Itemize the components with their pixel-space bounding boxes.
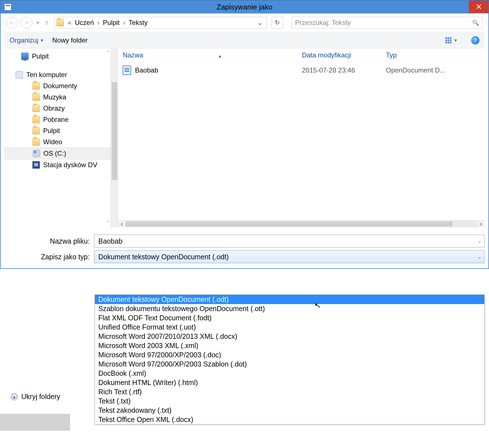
folder-icon bbox=[32, 94, 40, 101]
new-folder-button[interactable]: Nowy folder bbox=[52, 36, 88, 44]
nav-back-button[interactable]: ← bbox=[6, 17, 18, 29]
organize-button[interactable]: Organizuj ▼ bbox=[10, 36, 44, 44]
body-area: ˄ Pulpit Ten komputer Dokumenty Muzyka O… bbox=[4, 48, 485, 227]
sidebar: ˄ Pulpit Ten komputer Dokumenty Muzyka O… bbox=[4, 48, 111, 227]
breadcrumb-seg-2[interactable]: Pulpit bbox=[102, 19, 121, 27]
filetype-option[interactable]: Microsoft Word 2003 XML (.xml) bbox=[95, 341, 484, 350]
col-header-type[interactable]: Typ bbox=[386, 51, 485, 59]
breadcrumb-seg-1[interactable]: Uczeń bbox=[74, 19, 95, 27]
sidebar-label: Pulpit bbox=[43, 127, 60, 135]
filetype-option[interactable]: Rich Text (.rtf) bbox=[95, 387, 484, 396]
sidebar-item-this-pc[interactable]: Ten komputer bbox=[4, 69, 111, 80]
sidebar-label: Dokumenty bbox=[43, 82, 77, 90]
document-icon bbox=[123, 66, 131, 75]
vertical-scrollbar[interactable] bbox=[111, 48, 118, 227]
filetype-option[interactable]: Microsoft Word 2007/2010/2013 XML (.docx… bbox=[95, 332, 484, 341]
search-input[interactable]: Przeszukaj: Teksty 🔍 bbox=[292, 17, 483, 29]
filetype-option[interactable]: Tekst (.txt) bbox=[95, 396, 484, 406]
scrollbar-thumb[interactable] bbox=[112, 82, 117, 180]
folder-icon bbox=[32, 138, 40, 146]
filename-row: Nazwa pliku: Baobab ⌄ bbox=[4, 235, 485, 248]
nav-history-dropdown[interactable]: ▼ bbox=[36, 20, 40, 25]
hide-folders-label: Ukryj foldery bbox=[21, 393, 60, 401]
view-mode-button[interactable]: ▼ bbox=[445, 37, 458, 43]
app-icon bbox=[4, 4, 11, 10]
grid-icon bbox=[445, 37, 451, 43]
sidebar-label: OS (C:) bbox=[43, 150, 66, 157]
collapse-icon: ▲ bbox=[11, 393, 18, 400]
chevron-down-icon: ▼ bbox=[40, 38, 44, 43]
breadcrumb-seg-3[interactable]: Teksty bbox=[127, 19, 149, 27]
sidebar-label: Obrazy bbox=[43, 104, 65, 112]
breadcrumb-dropdown[interactable]: ⌄ bbox=[255, 19, 264, 27]
drive-icon bbox=[33, 150, 40, 157]
folder-icon bbox=[32, 82, 40, 90]
sort-asc-icon: ▲ bbox=[218, 54, 222, 58]
sidebar-item-documents[interactable]: Dokumenty bbox=[4, 80, 111, 92]
sidebar-label: Pulpit bbox=[32, 52, 49, 60]
nav-forward-button[interactable]: → bbox=[21, 17, 32, 29]
sidebar-item-videos[interactable]: Wideo bbox=[4, 136, 111, 148]
sidebar-item-desktop[interactable]: Pulpit bbox=[4, 51, 111, 62]
navbar: ← → ▼ ↑ « Uczeń › Pulpit › Teksty ⌄ ↻ Pr… bbox=[1, 13, 488, 32]
chevron-down-icon[interactable]: ⌄ bbox=[478, 254, 481, 260]
file-list-header: Nazwa ▲ Data modyfikacji Typ bbox=[111, 48, 485, 62]
filetype-option[interactable]: DocBook (.xml) bbox=[95, 369, 484, 378]
organize-label: Organizuj bbox=[10, 36, 38, 44]
chevron-right-icon: › bbox=[95, 19, 102, 27]
refresh-button[interactable]: ↻ bbox=[271, 17, 283, 29]
scroll-up-button[interactable]: ˄ bbox=[107, 50, 109, 55]
sidebar-label: Pobrane bbox=[43, 116, 69, 123]
col-header-date[interactable]: Data modyfikacji bbox=[302, 51, 386, 59]
sidebar-label: Muzyka bbox=[43, 93, 66, 101]
sidebar-item-music[interactable]: Muzyka bbox=[4, 92, 111, 103]
filetype-option[interactable]: Flat XML ODF Text Document (.fodt) bbox=[95, 313, 484, 323]
nav-up-button[interactable]: ↑ bbox=[43, 19, 51, 26]
filetype-option[interactable]: Unified Office Format text (.uot) bbox=[95, 323, 484, 332]
chevron-down-icon: ▼ bbox=[454, 38, 458, 43]
filetype-option[interactable]: Tekst zakodowany (.txt) bbox=[95, 406, 484, 415]
file-date: 2015-07-28 23:46 bbox=[302, 66, 386, 74]
dvd-icon: M bbox=[32, 161, 40, 169]
filetype-dropdown[interactable]: Dokument tekstowy OpenDocument (.odt) Sz… bbox=[95, 295, 485, 424]
col-header-name[interactable]: Nazwa ▲ bbox=[123, 51, 302, 59]
bottom-panel: Nazwa pliku: Baobab ⌄ Zapisz jako typ: D… bbox=[4, 230, 485, 268]
horizontal-scrollbar[interactable]: ‹ › bbox=[118, 220, 485, 227]
file-type: OpenDocument D... bbox=[386, 66, 485, 74]
file-row[interactable]: Baobab 2015-07-28 23:46 OpenDocument D..… bbox=[111, 62, 485, 78]
scrollbar-thumb[interactable] bbox=[125, 221, 453, 227]
scroll-left-icon[interactable]: ‹ bbox=[118, 220, 125, 228]
filetype-label: Zapisz jako typ: bbox=[4, 253, 94, 261]
filename-input[interactable]: Baobab ⌄ bbox=[94, 235, 485, 248]
sidebar-label: Ten komputer bbox=[26, 71, 67, 79]
chevron-right-icon: › bbox=[121, 19, 127, 27]
filetype-option[interactable]: Szablon dokumentu tekstowego OpenDocumen… bbox=[95, 304, 484, 313]
sidebar-item-downloads[interactable]: Pobrane bbox=[4, 114, 111, 125]
filename-label: Nazwa pliku: bbox=[4, 237, 94, 245]
save-as-dialog: Zapisywanie jako ✕ ← → ▼ ↑ « Uczeń › Pul… bbox=[0, 0, 489, 269]
sidebar-item-desktop-2[interactable]: Pulpit bbox=[4, 125, 111, 136]
sidebar-item-pictures[interactable]: Obrazy bbox=[4, 103, 111, 114]
sidebar-item-os-drive[interactable]: OS (C:) bbox=[4, 148, 111, 159]
folder-icon bbox=[32, 127, 40, 134]
scroll-right-icon[interactable]: › bbox=[477, 220, 485, 228]
breadcrumb[interactable]: « Uczeń › Pulpit › Teksty ⌄ bbox=[54, 17, 267, 29]
sidebar-label: Stacja dysków DV bbox=[43, 161, 97, 169]
hide-folders-button[interactable]: ▲ Ukryj foldery bbox=[11, 393, 60, 401]
filetype-option[interactable]: Microsoft Word 97/2000/XP/2003 Szablon (… bbox=[95, 360, 484, 369]
chevron-down-icon[interactable]: ⌄ bbox=[478, 239, 481, 244]
folder-icon bbox=[57, 19, 64, 26]
help-button[interactable]: ? bbox=[471, 36, 479, 45]
filetype-select[interactable]: Dokument tekstowy OpenDocument (.odt) ⌄ bbox=[94, 250, 485, 263]
scrollbar-track[interactable] bbox=[125, 220, 477, 227]
sidebar-item-dvd[interactable]: M Stacja dysków DV bbox=[4, 159, 111, 171]
filetype-option[interactable]: Microsoft Word 97/2000/XP/2003 (.doc) bbox=[95, 350, 484, 360]
toolbar: Organizuj ▼ Nowy folder ▼ ? bbox=[4, 32, 485, 48]
background-stripe bbox=[0, 414, 70, 431]
filetype-value: Dokument tekstowy OpenDocument (.odt) bbox=[98, 253, 229, 261]
close-button[interactable]: ✕ bbox=[469, 1, 488, 13]
filetype-option[interactable]: Dokument tekstowy OpenDocument (.odt) bbox=[95, 295, 484, 304]
scroll-down-button[interactable]: ˅ bbox=[107, 220, 109, 226]
filetype-option[interactable]: Tekst Office Open XML (.docx) bbox=[95, 415, 484, 424]
filetype-option[interactable]: Dokument HTML (Writer) (.html) bbox=[95, 378, 484, 387]
